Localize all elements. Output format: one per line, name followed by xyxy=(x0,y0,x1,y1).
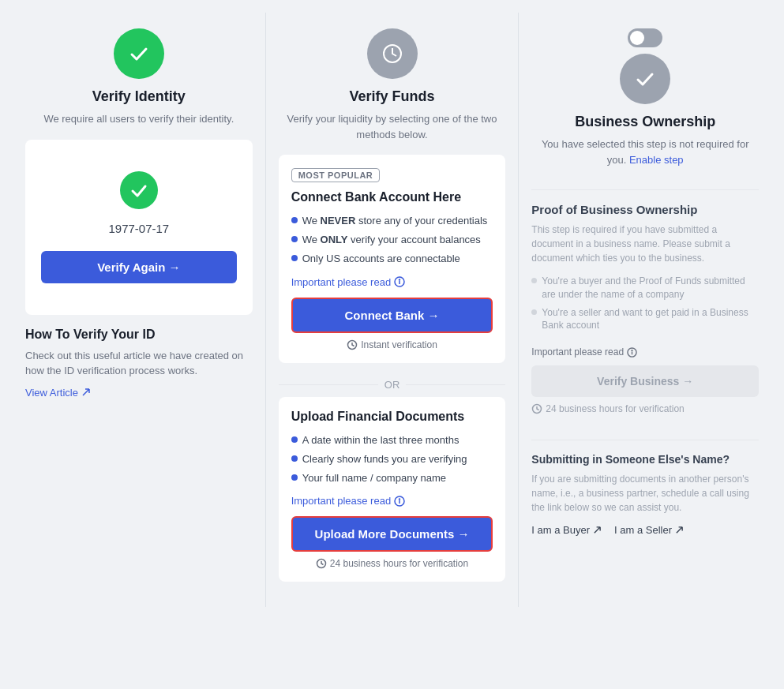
upload-docs-bullets: A date within the last three months Clea… xyxy=(291,433,493,486)
view-article-link[interactable]: View Article xyxy=(25,387,253,399)
connect-bank-bullets: We NEVER store any of your credentials W… xyxy=(291,214,493,267)
business-step-note: You have selected this step is not requi… xyxy=(531,137,759,167)
enable-step-link[interactable]: Enable step xyxy=(629,154,684,166)
upload-bullet-2: Clearly show funds you are verifying xyxy=(291,452,493,466)
upload-bullet-1: A date within the last three months xyxy=(291,433,493,447)
bullet-dot xyxy=(291,474,298,481)
verify-funds-icon xyxy=(367,28,418,79)
bullet-dot xyxy=(291,217,298,223)
instant-verify-label: Instant verification xyxy=(291,339,493,350)
proof-bullet-1: You're a buyer and the Proof of Funds su… xyxy=(531,275,759,301)
business-ownership-title: Business Ownership xyxy=(575,114,715,130)
verify-funds-subtitle: Verify your liquidity by selecting one o… xyxy=(279,111,506,142)
business-ownership-icon xyxy=(620,54,670,104)
svg-point-3 xyxy=(400,279,400,280)
verify-funds-title: Verify Funds xyxy=(349,88,434,105)
hours-verify-label: 24 business hours for verification xyxy=(291,558,493,569)
connect-bank-title: Connect Bank Account Here xyxy=(291,190,493,204)
page-wrapper: Verify Identity We require all users to … xyxy=(13,13,771,607)
how-to-title: How To Verify Your ID xyxy=(25,328,253,342)
buyer-seller-links: I am a Buyer I am a Seller xyxy=(531,524,759,536)
verify-identity-column: Verify Identity We require all users to … xyxy=(13,13,265,607)
bullet-dot xyxy=(291,436,298,443)
verify-again-button[interactable]: Verify Again → xyxy=(41,251,237,283)
identity-check-circle xyxy=(120,171,158,209)
upload-important-link[interactable]: Important please read xyxy=(291,495,493,507)
toggle-knob xyxy=(630,31,644,45)
verify-identity-icon xyxy=(114,28,164,79)
buyer-link[interactable]: I am a Buyer xyxy=(531,524,602,536)
bullet-dot xyxy=(291,236,298,242)
verify-business-button: Verify Business → xyxy=(531,365,759,397)
proof-important-link[interactable]: Important please read xyxy=(531,346,759,358)
business-ownership-column: Business Ownership You have selected thi… xyxy=(518,13,771,607)
proof-bullet-2: You're a seller and want to get paid in … xyxy=(531,306,759,333)
submitting-title: Submitting in Someone Else's Name? xyxy=(531,453,759,466)
section-divider-1 xyxy=(531,189,759,190)
how-to-desc: Check out this useful article we have cr… xyxy=(25,348,253,379)
gray-bullet-dot xyxy=(531,278,537,283)
proof-bullets: You're a buyer and the Proof of Funds su… xyxy=(531,275,759,337)
or-divider: OR xyxy=(279,379,506,391)
bullet-item-3: Only US accounts are connectable xyxy=(291,252,493,266)
connect-bank-button[interactable]: Connect Bank → xyxy=(291,298,493,333)
upload-documents-button[interactable]: Upload More Documents → xyxy=(291,516,493,552)
verify-funds-column: Verify Funds Verify your liquidity by se… xyxy=(265,13,519,607)
bullet-dot xyxy=(291,455,298,462)
connect-bank-card: MOST POPULAR Connect Bank Account Here W… xyxy=(279,155,506,363)
upload-documents-card: Upload Financial Documents A date within… xyxy=(279,397,506,582)
connect-important-link[interactable]: Important please read xyxy=(291,276,493,288)
proof-of-business-title: Proof of Business Ownership xyxy=(531,203,759,216)
most-popular-badge: MOST POPULAR xyxy=(291,168,381,182)
dob-date: 1977-07-17 xyxy=(108,222,169,235)
svg-point-7 xyxy=(400,499,400,500)
business-hours-label: 24 business hours for verification xyxy=(531,403,759,414)
section-divider-2 xyxy=(531,440,759,440)
upload-docs-title: Upload Financial Documents xyxy=(291,410,493,424)
svg-point-11 xyxy=(632,350,632,350)
toggle-wrapper[interactable] xyxy=(628,28,662,47)
how-to-section: How To Verify Your ID Check out this use… xyxy=(25,328,253,399)
business-ownership-toggle[interactable] xyxy=(628,28,662,47)
upload-bullet-3: Your full name / company name xyxy=(291,471,493,485)
submitting-desc: If you are submitting documents in anoth… xyxy=(531,472,759,515)
bullet-dot xyxy=(291,255,298,261)
proof-desc: This step is required if you have submit… xyxy=(531,223,759,265)
bullet-item-2: We ONLY verify your account balances xyxy=(291,233,493,247)
verify-identity-card: 1977-07-17 Verify Again → xyxy=(25,140,253,315)
seller-link[interactable]: I am a Seller xyxy=(614,524,684,536)
bullet-item-1: We NEVER store any of your credentials xyxy=(291,214,493,228)
gray-bullet-dot xyxy=(531,309,537,315)
submitting-section: Submitting in Someone Else's Name? If yo… xyxy=(531,453,759,536)
verify-identity-title: Verify Identity xyxy=(92,88,186,105)
verify-identity-subtitle: We require all users to verify their ide… xyxy=(43,111,234,127)
